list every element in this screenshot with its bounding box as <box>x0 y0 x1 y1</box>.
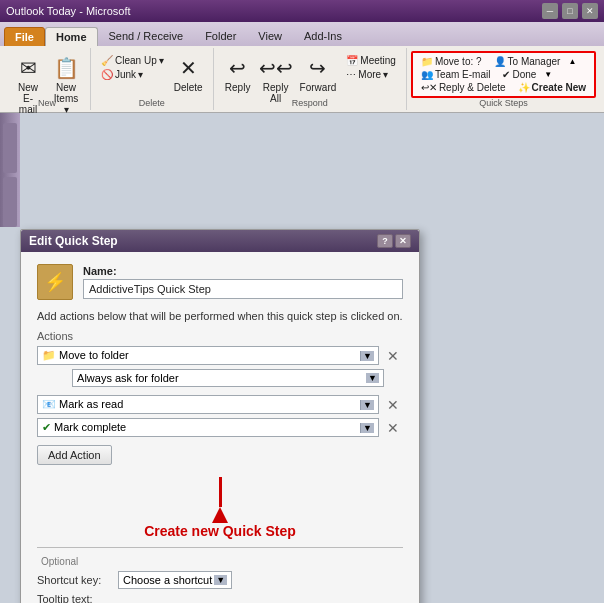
action-1-label: 📁 Move to folder <box>42 349 129 362</box>
junk-button[interactable]: 🚫 Junk ▾ <box>97 68 168 81</box>
name-label: Name: <box>83 265 403 277</box>
action-2-delete[interactable]: ✕ <box>383 397 403 413</box>
delete-button[interactable]: ✕ Delete <box>170 52 207 95</box>
close-button[interactable]: ✕ <box>582 3 598 19</box>
tab-send-receive[interactable]: Send / Receive <box>98 26 195 46</box>
scroll-down-icon[interactable]: ▼ <box>544 70 552 79</box>
cleanup-button[interactable]: 🧹 Clean Up ▾ <box>97 54 168 67</box>
ribbon-tabs: File Home Send / Receive Folder View Add… <box>0 22 604 46</box>
done-icon: ✔ <box>502 69 510 80</box>
tab-file[interactable]: File <box>4 27 45 47</box>
tab-home[interactable]: Home <box>45 27 98 47</box>
sub-action-row-1: Always ask for folder ▼ <box>37 369 403 391</box>
dialog-annotation: Create new Quick Step <box>37 477 403 539</box>
ribbon-group-delete: 🧹 Clean Up ▾ 🚫 Junk ▾ ✕ Delete Delete <box>91 48 214 110</box>
ribbon-group-new: ✉ New E-mail 📋 NewItems ▾ New <box>4 48 91 110</box>
move-to-icon: 📁 <box>421 56 433 67</box>
team-email-button[interactable]: 👥 Team E-mail <box>417 68 495 81</box>
action-3-delete[interactable]: ✕ <box>383 420 403 436</box>
reply-button[interactable]: ↩ Reply <box>220 52 256 95</box>
meeting-icon: 📅 <box>346 55 358 66</box>
delete-icon: ✕ <box>174 54 202 82</box>
quick-steps-box: 📁 Move to: ? 👤 To Manager ▲ 👥 Team E-mai… <box>411 51 596 98</box>
more-button[interactable]: ⋯ More ▾ <box>342 68 400 81</box>
quick-steps-row1: 📁 Move to: ? 👤 To Manager ▲ <box>417 55 590 68</box>
shortcut-select[interactable]: Choose a shortcut ▼ <box>118 571 232 589</box>
dialog-controls[interactable]: ? ✕ <box>377 234 411 248</box>
scroll-up-icon[interactable]: ▲ <box>568 57 576 66</box>
ribbon-group-respond: ↩ Reply ↩↩ ReplyAll ↪ Forward 📅 Meeting <box>214 48 407 110</box>
dialog-close-button[interactable]: ✕ <box>395 234 411 248</box>
action-row-3: ✔ Mark complete ▼ ✕ <box>37 418 403 437</box>
to-manager-button[interactable]: 👤 To Manager <box>490 55 565 68</box>
quick-step-icon: ⚡ <box>37 264 73 300</box>
annotation-caption: Create new Quick Step <box>144 523 296 539</box>
action-3-label: ✔ Mark complete <box>42 421 126 434</box>
ribbon-toolbar: ✉ New E-mail 📋 NewItems ▾ New 🧹 Clean Up… <box>0 46 604 112</box>
tab-addins[interactable]: Add-Ins <box>293 26 353 46</box>
reply-icon: ↩ <box>224 54 252 82</box>
annotation-line <box>219 477 222 507</box>
new-items-icon: 📋 <box>52 54 80 82</box>
action-dropdown-1[interactable]: 📁 Move to folder ▼ <box>37 346 379 365</box>
maximize-button[interactable]: □ <box>562 3 578 19</box>
group-delete-label: Delete <box>91 98 213 108</box>
title-controls[interactable]: ─ □ ✕ <box>542 3 598 19</box>
shortcut-value: Choose a shortcut <box>123 574 212 586</box>
name-section: Name: <box>83 265 403 299</box>
sub-dropdown-1-arrow[interactable]: ▼ <box>366 373 379 383</box>
annotation-arrowhead-up <box>212 507 228 523</box>
to-manager-icon: 👤 <box>494 56 506 67</box>
minimize-button[interactable]: ─ <box>542 3 558 19</box>
sub-dropdown-1[interactable]: Always ask for folder ▼ <box>72 369 384 387</box>
action-row-2: 📧 Mark as read ▼ ✕ <box>37 395 403 414</box>
quick-steps-row2: 👥 Team E-mail ✔ Done ▼ <box>417 68 590 81</box>
forward-button[interactable]: ↪ Forward <box>296 52 341 95</box>
main-area: Edit Quick Step ? ✕ ⚡ Name: Add actions … <box>0 113 604 600</box>
group-new-label: New <box>4 98 90 108</box>
dialog-description: Add actions below that will be performed… <box>37 310 403 322</box>
meeting-button[interactable]: 📅 Meeting <box>342 54 400 67</box>
forward-icon: ↪ <box>304 54 332 82</box>
left-sidebar <box>0 113 20 227</box>
create-new-button[interactable]: ✨ Create New <box>514 81 590 94</box>
tooltip-row: Tooltip text: <box>37 593 403 603</box>
junk-icon: 🚫 <box>101 69 113 80</box>
title-bar: Outlook Today - Microsoft ─ □ ✕ <box>0 0 604 22</box>
shortcut-row: Shortcut key: Choose a shortcut ▼ <box>37 571 403 589</box>
action-1-arrow[interactable]: ▼ <box>360 351 374 361</box>
action-dropdown-2[interactable]: 📧 Mark as read ▼ <box>37 395 379 414</box>
dialog-help-button[interactable]: ? <box>377 234 393 248</box>
optional-section: Optional Shortcut key: Choose a shortcut… <box>37 547 403 603</box>
dialog-icon-row: ⚡ Name: <box>37 264 403 300</box>
add-action-button[interactable]: Add Action <box>37 445 112 465</box>
group-quick-steps-label: Quick Steps <box>407 98 600 108</box>
team-email-icon: 👥 <box>421 69 433 80</box>
dialog-body: ⚡ Name: Add actions below that will be p… <box>21 252 419 603</box>
create-new-icon: ✨ <box>518 82 530 93</box>
done-button[interactable]: ✔ Done <box>498 68 540 81</box>
reply-delete-button[interactable]: ↩✕ Reply & Delete <box>417 81 510 94</box>
shortcut-dropdown-arrow[interactable]: ▼ <box>214 575 227 585</box>
action-2-label: 📧 Mark as read <box>42 398 123 411</box>
sub-dropdown-1-label: Always ask for folder <box>77 372 178 384</box>
edit-quick-step-dialog: Edit Quick Step ? ✕ ⚡ Name: Add actions … <box>20 229 420 603</box>
tab-view[interactable]: View <box>247 26 293 46</box>
reply-all-icon: ↩↩ <box>262 54 290 82</box>
reply-delete-icon: ↩✕ <box>421 82 437 93</box>
action-2-arrow[interactable]: ▼ <box>360 400 374 410</box>
action-dropdown-3[interactable]: ✔ Mark complete ▼ <box>37 418 379 437</box>
quick-steps-row3: ↩✕ Reply & Delete ✨ Create New <box>417 81 590 94</box>
optional-label: Optional <box>37 556 82 567</box>
dialog-title-text: Edit Quick Step <box>29 234 118 248</box>
ribbon-group-quick-steps: 📁 Move to: ? 👤 To Manager ▲ 👥 Team E-mai… <box>407 48 600 110</box>
action-3-arrow[interactable]: ▼ <box>360 423 374 433</box>
dialog-title-bar: Edit Quick Step ? ✕ <box>21 230 419 252</box>
title-text: Outlook Today - Microsoft <box>6 5 131 17</box>
tab-folder[interactable]: Folder <box>194 26 247 46</box>
sidebar-stripe-1 <box>3 123 17 173</box>
cleanup-icon: 🧹 <box>101 55 113 66</box>
action-1-delete[interactable]: ✕ <box>383 348 403 364</box>
move-to-button[interactable]: 📁 Move to: ? <box>417 55 486 68</box>
name-input[interactable] <box>83 279 403 299</box>
